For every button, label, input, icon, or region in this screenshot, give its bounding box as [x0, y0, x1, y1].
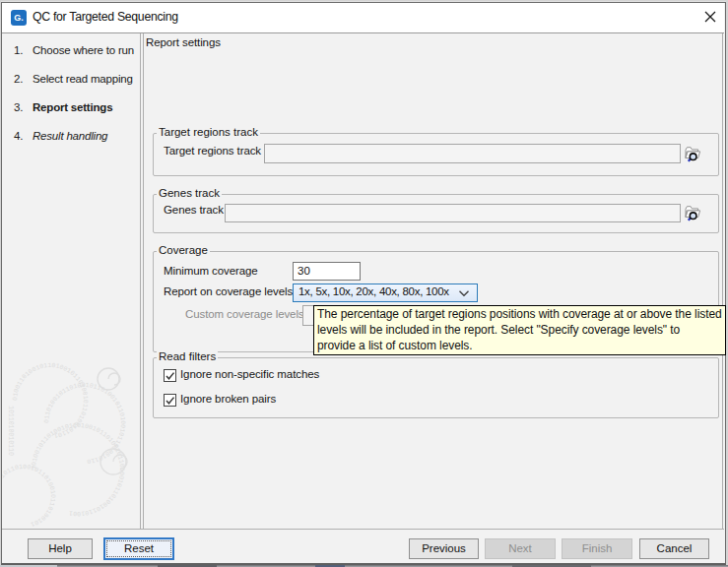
svg-text:101001011010010110100101101001: 1010010110100101101001011010010110100101… [31, 422, 125, 517]
svg-text:101001011010010110100101101001: 10100101101001011010010110100101 [2, 464, 56, 528]
svg-text:1011010010110: 1011010010110 [7, 406, 14, 456]
